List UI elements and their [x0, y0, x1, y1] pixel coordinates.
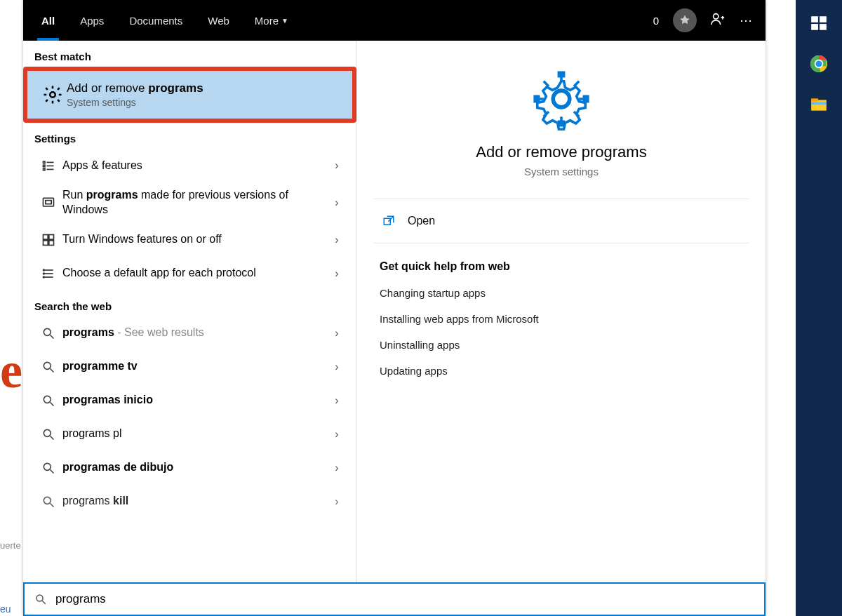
taskbar-file-explorer[interactable] — [804, 90, 834, 119]
search-bar[interactable] — [23, 582, 766, 616]
svg-line-23 — [51, 368, 54, 372]
svg-point-35 — [36, 595, 43, 601]
gear-icon — [374, 67, 749, 133]
svg-rect-37 — [811, 16, 818, 22]
preview-pane: Add or remove programs System settings O… — [357, 41, 766, 582]
compatibility-icon — [34, 196, 62, 210]
web-result[interactable]: programme tv › — [23, 350, 356, 384]
settings-result-label: Choose a default app for each protocol — [62, 266, 328, 281]
search-input[interactable] — [55, 592, 754, 606]
web-result[interactable]: programs pl › — [23, 417, 356, 451]
tab-web-label: Web — [208, 15, 229, 27]
account-icon[interactable] — [704, 11, 732, 30]
settings-result[interactable]: Apps & features › — [23, 149, 356, 182]
search-icon — [34, 461, 62, 475]
svg-rect-3 — [44, 165, 46, 167]
chevron-right-icon: › — [328, 495, 345, 508]
svg-point-20 — [44, 328, 51, 335]
chevron-right-icon: › — [328, 327, 345, 340]
tab-documents[interactable]: Documents — [116, 0, 195, 41]
quick-help-link[interactable]: Installing web apps from Microsoft — [374, 306, 749, 332]
section-best-match: Best match — [23, 41, 356, 67]
settings-result[interactable]: Run programs made for previous versions … — [23, 182, 356, 223]
web-result[interactable]: programas de dibujo › — [23, 451, 356, 485]
svg-rect-38 — [820, 16, 827, 22]
open-label: Open — [408, 215, 435, 227]
rewards-count: 0 — [653, 15, 659, 27]
chevron-right-icon: › — [328, 394, 345, 407]
tab-apps-label: Apps — [80, 15, 104, 27]
svg-line-29 — [51, 469, 54, 473]
svg-point-24 — [44, 396, 51, 403]
svg-point-0 — [714, 13, 719, 18]
taskbar-chrome[interactable] — [804, 49, 834, 79]
chevron-right-icon: › — [328, 196, 345, 209]
chevron-right-icon: › — [328, 361, 345, 373]
web-result-label: programme tv — [62, 359, 328, 374]
open-action[interactable]: Open — [374, 199, 749, 243]
chrome-icon — [810, 55, 828, 73]
chevron-right-icon: › — [328, 267, 345, 280]
quick-help-header: Get quick help from web — [374, 243, 749, 280]
chevron-right-icon: › — [328, 428, 345, 441]
web-result[interactable]: programas inicio › — [23, 384, 356, 417]
svg-rect-39 — [811, 24, 818, 30]
settings-result[interactable]: Choose a default app for each protocol › — [23, 257, 356, 290]
settings-result[interactable]: Turn Windows features on or off › — [23, 223, 356, 257]
windows-logo-icon — [810, 14, 828, 32]
web-result-label: programs - See web results — [62, 326, 328, 340]
tab-all[interactable]: All — [29, 0, 67, 41]
apps-features-icon — [34, 159, 62, 173]
tab-more[interactable]: More▼ — [242, 0, 301, 41]
svg-line-25 — [51, 402, 54, 406]
quick-help-link[interactable]: Changing startup apps — [374, 280, 749, 306]
best-match-result[interactable]: Add or remove programs System settings — [23, 67, 356, 123]
svg-rect-46 — [811, 98, 818, 101]
section-settings: Settings — [23, 123, 356, 149]
search-icon — [34, 326, 62, 340]
file-explorer-icon — [810, 95, 828, 114]
svg-point-28 — [44, 463, 51, 470]
more-options-icon[interactable]: ⋯ — [732, 13, 760, 28]
best-match-title: Add or remove programs — [67, 81, 203, 95]
svg-rect-2 — [44, 161, 46, 163]
best-match-subtitle: System settings — [67, 97, 203, 108]
svg-line-36 — [42, 601, 46, 604]
results-column: Best match Add or remove programs System… — [23, 41, 357, 582]
search-icon — [34, 360, 62, 374]
web-result[interactable]: programs - See web results › — [23, 316, 356, 350]
taskbar — [796, 0, 842, 616]
background-edge-logo-fragment: e — [0, 351, 23, 391]
chevron-right-icon: › — [328, 462, 345, 474]
quick-help-link[interactable]: Uninstalling apps — [374, 332, 749, 358]
windows-search-panel: All Apps Documents Web More▼ 0 ⋯ Best ma… — [23, 0, 766, 616]
svg-rect-11 — [49, 234, 54, 239]
tab-apps[interactable]: Apps — [67, 0, 116, 41]
open-icon — [382, 215, 395, 227]
tab-web[interactable]: Web — [195, 0, 242, 41]
svg-rect-40 — [820, 24, 827, 30]
svg-point-18 — [44, 273, 45, 274]
svg-rect-47 — [811, 102, 827, 105]
svg-rect-10 — [44, 234, 48, 239]
svg-point-26 — [44, 429, 51, 436]
svg-point-17 — [44, 269, 45, 271]
rewards-icon[interactable] — [673, 8, 697, 32]
search-scope-tabs: All Apps Documents Web More▼ 0 ⋯ — [23, 0, 766, 41]
windows-features-icon — [34, 233, 62, 247]
web-result-label: programs pl — [62, 427, 328, 441]
svg-line-27 — [51, 436, 54, 439]
web-result-label: programas inicio — [62, 393, 328, 408]
web-result[interactable]: programs kill › — [23, 485, 356, 518]
chevron-right-icon: › — [328, 159, 345, 172]
svg-point-19 — [44, 276, 45, 278]
quick-help-link[interactable]: Updating apps — [374, 358, 749, 384]
svg-rect-45 — [811, 100, 827, 111]
tab-all-label: All — [41, 15, 55, 27]
svg-point-30 — [44, 497, 51, 504]
background-text-fragment: eu — [0, 603, 11, 615]
svg-point-22 — [44, 362, 51, 369]
settings-result-label: Turn Windows features on or off — [62, 232, 328, 247]
start-button[interactable] — [804, 8, 834, 38]
svg-line-31 — [51, 503, 54, 507]
